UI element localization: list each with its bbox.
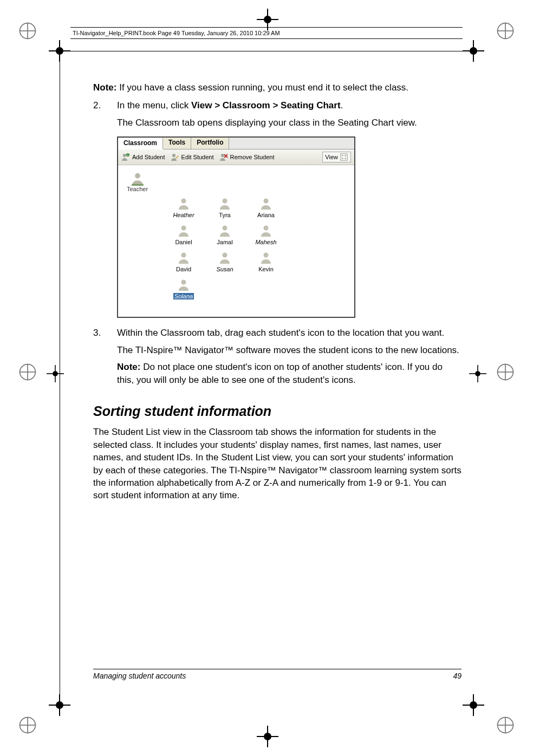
edit-student-button[interactable]: Edit Student: [171, 153, 214, 161]
classroom-screenshot: Classroom Tools Portfolio + Add Student …: [117, 136, 355, 318]
student-row: Solana: [171, 278, 347, 299]
step-2: 2. In the menu, click View > Classroom >…: [93, 99, 461, 133]
student-icon: [177, 224, 191, 238]
crop-mark-top-right: [496, 22, 515, 40]
student-icon: [259, 197, 273, 211]
student-icon: [218, 224, 232, 238]
reg-right-mid: [469, 365, 486, 382]
svg-point-42: [123, 154, 126, 157]
student-label: Tyra: [219, 212, 230, 218]
tab-strip: Classroom Tools Portfolio: [118, 138, 354, 149]
svg-point-49: [344, 155, 346, 157]
section-body-sorting: The Student List view in the Classroom t…: [93, 426, 461, 502]
student-icon: [177, 278, 191, 292]
teacher-label: Teacher: [127, 186, 148, 192]
edit-student-icon: [171, 153, 179, 161]
step-3-result: The TI-Nspire™ Navigator™ software moves…: [117, 344, 461, 356]
student-icon: [177, 197, 191, 211]
step-2-number: 2.: [93, 99, 117, 133]
crop-mark-top-left: [18, 22, 37, 40]
add-student-label: Add Student: [132, 154, 165, 160]
student-icon: [177, 251, 191, 265]
frame-line-left: [60, 51, 60, 705]
crop-mark-bottom-mid: [257, 726, 278, 747]
seating-chart-icon: [340, 153, 348, 161]
step-2-menu-path: View > Classroom > Seating Chart: [191, 100, 341, 110]
student-label: Heather: [173, 212, 194, 218]
step-2-result: The Classroom tab opens displaying your …: [117, 116, 461, 129]
svg-text:+: +: [127, 153, 129, 157]
teacher-seat[interactable]: Teacher: [127, 172, 148, 192]
svg-point-52: [135, 173, 140, 179]
view-button[interactable]: View: [322, 152, 351, 162]
svg-point-54: [181, 199, 186, 204]
student-seat-tyra[interactable]: Tyra: [212, 197, 237, 218]
step-3-note: Note: Do not place one student's icon on…: [117, 361, 461, 386]
student-label: David: [176, 266, 191, 272]
svg-point-50: [342, 158, 343, 159]
student-label: Jamal: [217, 239, 232, 245]
step-2-text-a: In the menu, click: [117, 100, 191, 110]
tab-portfolio[interactable]: Portfolio: [191, 138, 229, 149]
svg-point-59: [264, 226, 269, 231]
student-seat-daniel[interactable]: Daniel: [171, 224, 196, 245]
remove-student-icon: [219, 153, 228, 161]
svg-point-60: [181, 253, 186, 258]
student-icon: [218, 197, 232, 211]
svg-point-61: [223, 253, 227, 258]
step-3-number: 3.: [93, 327, 117, 390]
remove-student-button[interactable]: Remove Student: [219, 153, 275, 161]
view-label: View: [325, 154, 338, 160]
student-icon: [259, 224, 273, 238]
student-seat-ariana[interactable]: Ariana: [253, 197, 278, 218]
student-label: Daniel: [175, 239, 192, 245]
toolbar: + Add Student Edit Student Remove Studen…: [118, 149, 354, 165]
svg-point-55: [223, 199, 227, 204]
student-seat-jamal[interactable]: Jamal: [212, 224, 237, 245]
book-header: TI-Navigator_Help_PRINT.book Page 49 Tue…: [70, 27, 463, 39]
student-label: Susan: [216, 266, 233, 272]
note-1-prefix: Note:: [93, 82, 116, 93]
add-student-button[interactable]: + Add Student: [121, 153, 165, 161]
note-1: Note: If you have a class session runnin…: [93, 81, 461, 94]
student-row: David Susan Kevin: [171, 251, 347, 272]
page-footer: Managing student accounts 49: [93, 669, 461, 680]
student-grid: Heather Tyra Ariana Daniel: [171, 197, 347, 299]
svg-point-46: [221, 154, 224, 157]
step-3-note-prefix: Note:: [117, 362, 140, 372]
student-seat-susan[interactable]: Susan: [212, 251, 237, 272]
student-label: Ariana: [257, 212, 275, 218]
remove-student-label: Remove Student: [230, 154, 275, 160]
student-seat-kevin[interactable]: Kevin: [253, 251, 278, 272]
frame-line-top: [60, 51, 473, 51]
svg-point-56: [264, 199, 269, 204]
reg-bottom-right: [463, 694, 484, 716]
svg-point-48: [342, 155, 343, 157]
crop-mark-right-mid: [496, 363, 515, 381]
seating-area[interactable]: Teacher Heather Tyra Ariana: [118, 165, 354, 317]
student-label: Kevin: [258, 266, 274, 272]
footer-title: Managing student accounts: [93, 672, 186, 680]
step-3: 3. Within the Classroom tab, drag each s…: [93, 327, 461, 390]
svg-point-57: [181, 226, 186, 231]
footer-page-number: 49: [453, 672, 461, 680]
section-heading-sorting: Sorting student information: [93, 403, 461, 419]
step-3-note-text: Do not place one student's icon on top o…: [117, 362, 443, 384]
tab-classroom[interactable]: Classroom: [118, 138, 163, 149]
student-seat-solana[interactable]: Solana: [171, 278, 196, 299]
student-seat-mahesh[interactable]: Mahesh: [253, 224, 278, 245]
svg-rect-47: [341, 154, 347, 160]
student-row: Heather Tyra Ariana: [171, 197, 347, 218]
step-3-text: Within the Classroom tab, drag each stud…: [117, 328, 444, 338]
edit-student-label: Edit Student: [181, 154, 214, 160]
svg-point-58: [223, 226, 227, 231]
student-seat-heather[interactable]: Heather: [171, 197, 196, 218]
svg-point-45: [172, 154, 176, 157]
student-icon: [259, 251, 273, 265]
page-content: Note: If you have a class session runnin…: [93, 81, 461, 507]
svg-point-62: [264, 253, 269, 258]
reg-left-mid: [47, 365, 64, 382]
step-2-text-c: .: [341, 100, 343, 110]
tab-tools[interactable]: Tools: [163, 138, 191, 149]
student-seat-david[interactable]: David: [171, 251, 196, 272]
